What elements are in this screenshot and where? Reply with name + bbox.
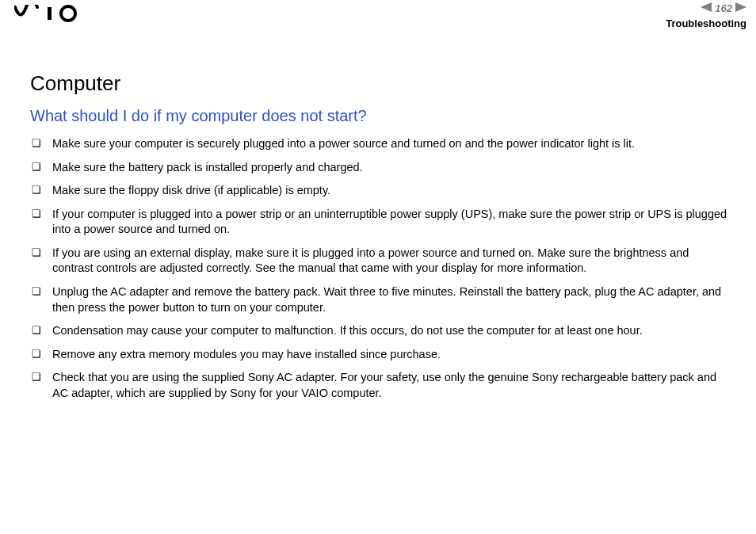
prev-page-arrow-icon[interactable] xyxy=(701,1,712,15)
list-item: If your computer is plugged into a power… xyxy=(30,207,729,238)
page-title: Computer xyxy=(30,71,729,96)
list-item: Check that you are using the supplied So… xyxy=(30,370,729,401)
list-item: Make sure the battery pack is installed … xyxy=(30,160,729,176)
header-nav: 162 Troubleshooting xyxy=(666,0,746,29)
question-heading: What should I do if my computer does not… xyxy=(30,107,729,125)
list-item: Make sure the floppy disk drive (if appl… xyxy=(30,183,729,199)
section-label: Troubleshooting xyxy=(666,17,746,29)
page-number: 162 xyxy=(715,2,732,14)
list-item: Unplug the AC adapter and remove the bat… xyxy=(30,284,729,315)
page: 162 Troubleshooting Computer What should… xyxy=(0,0,756,534)
vaio-logo xyxy=(14,5,86,25)
header: 162 Troubleshooting xyxy=(0,0,756,32)
content: Computer What should I do if my computer… xyxy=(0,32,756,401)
svg-rect-0 xyxy=(48,7,52,20)
svg-marker-3 xyxy=(735,2,746,12)
list-item: Condensation may cause your computer to … xyxy=(30,323,729,339)
list-item: Remove any extra memory modules you may … xyxy=(30,347,729,363)
next-page-arrow-icon[interactable] xyxy=(735,1,746,15)
list-item: If you are using an external display, ma… xyxy=(30,246,729,277)
list-item: Make sure your computer is securely plug… xyxy=(30,136,729,152)
vaio-logo-svg xyxy=(14,5,86,22)
svg-point-1 xyxy=(61,6,75,21)
page-nav: 162 xyxy=(666,0,746,16)
svg-marker-2 xyxy=(701,2,712,12)
bullet-list: Make sure your computer is securely plug… xyxy=(30,136,729,401)
